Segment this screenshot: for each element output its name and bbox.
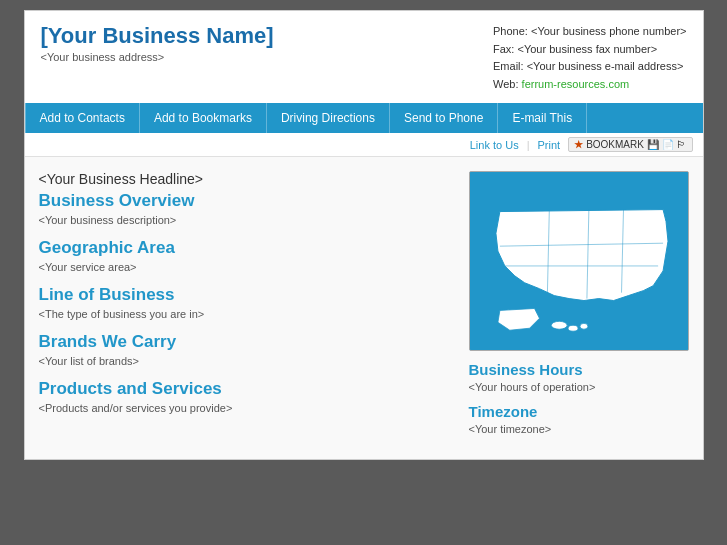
bookmark-label: BOOKMARK xyxy=(586,139,644,150)
nav-add-bookmarks[interactable]: Add to Bookmarks xyxy=(140,103,267,133)
svg-point-6 xyxy=(551,322,567,330)
left-column: <Your Business Headline> Business Overvi… xyxy=(39,171,469,445)
nav-email-this[interactable]: E-mail This xyxy=(498,103,587,133)
nav-send-to-phone[interactable]: Send to Phone xyxy=(390,103,498,133)
bookmark-button[interactable]: ★ BOOKMARK 💾 📄 🏳 xyxy=(568,137,692,152)
toolbar-separator: | xyxy=(527,139,530,151)
timezone-desc: <Your timezone> xyxy=(469,423,689,435)
bookmark-icon: ★ xyxy=(574,139,583,150)
main-content: <Your Business Headline> Business Overvi… xyxy=(25,157,703,459)
lob-title: Line of Business xyxy=(39,285,451,305)
geo-desc: <Your service area> xyxy=(39,261,451,273)
print-button[interactable]: Print xyxy=(538,139,561,151)
header-right: Phone: <Your business phone number> Fax:… xyxy=(493,23,686,93)
header: [Your Business Name] <Your business addr… xyxy=(25,11,703,103)
phone-info: Phone: <Your business phone number> xyxy=(493,23,686,41)
us-map xyxy=(469,171,689,351)
bookmark-icons: 💾 📄 🏳 xyxy=(647,139,687,150)
fax-info: Fax: <Your business fax number> xyxy=(493,41,686,59)
nav-driving-directions[interactable]: Driving Directions xyxy=(267,103,390,133)
business-address: <Your business address> xyxy=(41,51,274,63)
overview-title: Business Overview xyxy=(39,191,451,211)
overview-desc: <Your business description> xyxy=(39,214,451,226)
geo-title: Geographic Area xyxy=(39,238,451,258)
email-info: Email: <Your business e-mail address> xyxy=(493,58,686,76)
timezone-title: Timezone xyxy=(469,403,689,420)
link-to-us-button[interactable]: Link to Us xyxy=(470,139,519,151)
page-wrapper: [Your Business Name] <Your business addr… xyxy=(24,10,704,460)
svg-point-7 xyxy=(568,326,578,332)
nav-bar: Add to Contacts Add to Bookmarks Driving… xyxy=(25,103,703,133)
right-column: Business Hours <Your hours of operation>… xyxy=(469,171,689,445)
hours-desc: <Your hours of operation> xyxy=(469,381,689,393)
lob-desc: <The type of business you are in> xyxy=(39,308,451,320)
web-label: Web: xyxy=(493,78,518,90)
business-headline: <Your Business Headline> xyxy=(39,171,451,187)
products-desc: <Products and/or services you provide> xyxy=(39,402,451,414)
web-link[interactable]: ferrum-resources.com xyxy=(522,78,630,90)
toolbar: Link to Us | Print ★ BOOKMARK 💾 📄 🏳 xyxy=(25,133,703,157)
business-name: [Your Business Name] xyxy=(41,23,274,49)
hours-title: Business Hours xyxy=(469,361,689,378)
brands-desc: <Your list of brands> xyxy=(39,355,451,367)
header-left: [Your Business Name] <Your business addr… xyxy=(41,23,274,63)
svg-point-8 xyxy=(579,324,587,330)
products-title: Products and Services xyxy=(39,379,451,399)
nav-add-contacts[interactable]: Add to Contacts xyxy=(25,103,140,133)
brands-title: Brands We Carry xyxy=(39,332,451,352)
web-info: Web: ferrum-resources.com xyxy=(493,76,686,94)
